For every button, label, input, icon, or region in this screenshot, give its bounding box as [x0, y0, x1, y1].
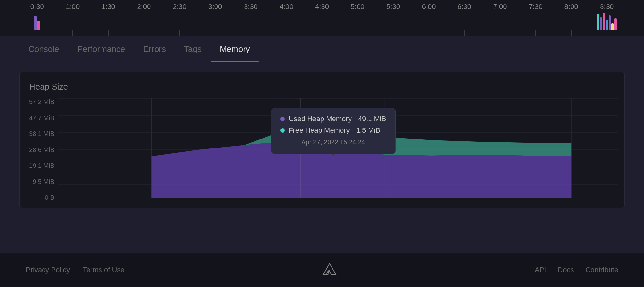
sentry-logo-icon [322, 262, 338, 278]
footer: Privacy Policy Terms of Use API Docs Con… [0, 253, 644, 287]
tick-label: 8:30 [600, 3, 614, 11]
tick-label: 6:00 [422, 3, 436, 11]
tick-label: 4:00 [280, 3, 293, 11]
tick-label: 2:00 [137, 3, 151, 11]
y-label-2: 47.7 MiB [26, 114, 54, 122]
tick-label: 7:00 [493, 3, 507, 11]
tick-line [215, 30, 215, 36]
tick-4-30: 4:30 [304, 3, 340, 36]
chart-body: 57.2 MiB 47.7 MiB 38.1 MiB 28.6 MiB 19.1… [26, 98, 618, 201]
tab-tags[interactable]: Tags [175, 36, 211, 62]
content-area: Heap Size 57.2 MiB 47.7 MiB 38.1 MiB 28.… [0, 62, 644, 253]
tick-label: 3:30 [244, 3, 258, 11]
tick-line [358, 30, 358, 36]
bar [600, 17, 602, 30]
tab-errors[interactable]: Errors [134, 36, 175, 62]
chart-svg [58, 98, 618, 201]
tick-line [179, 30, 180, 36]
tick-label: 1:00 [66, 3, 80, 11]
tick-7-00: 7:00 [482, 3, 518, 36]
tab-console[interactable]: Console [19, 36, 68, 62]
tick-line [286, 30, 286, 36]
footer-left: Privacy Policy Terms of Use [26, 266, 125, 274]
tick-3-30: 3:30 [233, 3, 269, 36]
tick-line [72, 30, 73, 36]
tick-line [393, 30, 393, 36]
tick-line [251, 30, 251, 36]
tick-line [607, 30, 607, 36]
tick-line [144, 30, 144, 36]
tick-label: 7:30 [529, 3, 543, 11]
tick-bars-8-30 [597, 13, 617, 30]
tick-label: 2:30 [173, 3, 187, 11]
y-label-5: 19.1 MiB [26, 162, 54, 169]
chart-title: Heap Size [26, 82, 618, 92]
tick-label: 8:00 [564, 3, 578, 11]
tick-8-30: 8:30 [589, 3, 625, 36]
tick-2-30: 2:30 [162, 3, 197, 36]
timeline-ticks: 0:30 1:00 1:30 2:00 [19, 4, 625, 36]
tick-label: 6:30 [457, 3, 471, 11]
tick-1-00: 1:00 [55, 3, 91, 36]
tick-line [429, 30, 429, 36]
y-label-3: 38.1 MiB [26, 130, 54, 138]
tick-line [571, 30, 572, 36]
tick-line [535, 30, 536, 36]
tab-memory[interactable]: Memory [211, 36, 259, 62]
timeline-bar: 0:30 1:00 1:30 2:00 [0, 0, 644, 36]
tick-label: 3:00 [208, 3, 222, 11]
tick-label: 4:30 [315, 3, 329, 11]
tick-1-30: 1:30 [91, 3, 126, 36]
tick-6-00: 6:00 [411, 3, 447, 36]
docs-link[interactable]: Docs [558, 266, 574, 274]
footer-right: API Docs Contribute [535, 266, 618, 274]
tick-2-00: 2:00 [126, 3, 162, 36]
y-label-4: 28.6 MiB [26, 146, 54, 154]
bar [611, 23, 614, 30]
tab-performance[interactable]: Performance [68, 36, 134, 62]
tick-3-00: 3:00 [197, 3, 233, 36]
tick-line [37, 30, 37, 36]
chart-svg-area: Used Heap Memory 49.1 MiB Free Heap Memo… [58, 98, 618, 201]
tabs-container: Console Performance Errors Tags Memory [0, 36, 644, 62]
y-axis: 57.2 MiB 47.7 MiB 38.1 MiB 28.6 MiB 19.1… [26, 98, 58, 201]
y-label-1: 57.2 MiB [26, 98, 54, 106]
tick-line [322, 30, 322, 36]
tick-label-0-30: 0:30 [30, 3, 44, 11]
tick-4-00: 4:00 [269, 3, 304, 36]
footer-logo [322, 262, 338, 278]
bar [597, 14, 599, 30]
heap-size-chart: Heap Size 57.2 MiB 47.7 MiB 38.1 MiB 28.… [19, 72, 625, 208]
bar [609, 15, 611, 30]
tick-7-30: 7:30 [518, 3, 553, 36]
tick-bars-0-30 [34, 13, 40, 30]
privacy-policy-link[interactable]: Privacy Policy [26, 266, 70, 274]
bar [614, 18, 617, 30]
contribute-link[interactable]: Contribute [585, 266, 618, 274]
tick-label: 5:30 [386, 3, 400, 11]
tick-label: 5:00 [351, 3, 365, 11]
terms-of-use-link[interactable]: Terms of Use [83, 266, 125, 274]
tick-6-30: 6:30 [447, 3, 482, 36]
bar [603, 13, 605, 30]
bar [34, 16, 37, 30]
y-label-7: 0 B [26, 194, 54, 201]
tick-line [464, 30, 465, 36]
tick-8-00: 8:00 [553, 3, 589, 36]
y-label-6: 9.5 MiB [26, 178, 54, 186]
tick-5-30: 5:30 [375, 3, 411, 36]
bar [606, 20, 608, 30]
tick-label: 1:30 [101, 3, 115, 11]
tick-5-00: 5:00 [340, 3, 376, 36]
tick-line [108, 30, 109, 36]
tick-line [500, 30, 500, 36]
bar [37, 21, 40, 30]
tick-0-30: 0:30 [19, 3, 55, 36]
api-link[interactable]: API [535, 266, 546, 274]
main-container: 0:30 1:00 1:30 2:00 [0, 0, 644, 287]
